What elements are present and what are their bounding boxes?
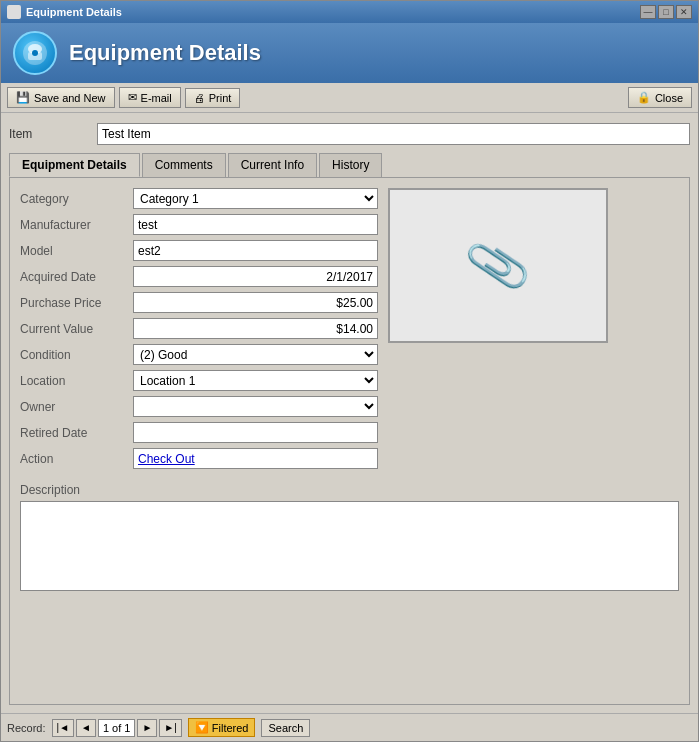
condition-label: Condition <box>20 348 125 362</box>
retired-date-row: Retired Date <box>20 422 378 443</box>
form-main: Category Category 1 Category 2 Category … <box>20 188 679 471</box>
current-value-label: Current Value <box>20 322 125 336</box>
nav-last-button[interactable]: ►| <box>159 719 182 737</box>
owner-row: Owner <box>20 396 378 417</box>
nav-prev-button[interactable]: ◄ <box>76 719 96 737</box>
app-header: Equipment Details <box>1 23 698 83</box>
print-button[interactable]: 🖨 Print <box>185 88 241 108</box>
category-label: Category <box>20 192 125 206</box>
acquired-date-label: Acquired Date <box>20 270 125 284</box>
description-label: Description <box>20 483 679 497</box>
tab-content-equipment-details: Category Category 1 Category 2 Category … <box>9 177 690 705</box>
paperclip-icon: 📎 <box>462 231 534 301</box>
main-window: Equipment Details — □ ✕ Equipment Detail… <box>0 0 699 742</box>
purchase-price-label: Purchase Price <box>20 296 125 310</box>
print-icon: 🖨 <box>194 92 205 104</box>
current-value-row: Current Value <box>20 318 378 339</box>
model-input[interactable] <box>133 240 378 261</box>
close-label: Close <box>655 92 683 104</box>
form-fields: Category Category 1 Category 2 Category … <box>20 188 378 471</box>
tab-history[interactable]: History <box>319 153 382 177</box>
purchase-price-input[interactable] <box>133 292 378 313</box>
owner-label: Owner <box>20 400 125 414</box>
email-label: E-mail <box>141 92 172 104</box>
action-link[interactable]: Check Out <box>138 452 195 466</box>
tab-equipment-details[interactable]: Equipment Details <box>9 153 140 177</box>
close-icon: 🔒 <box>637 91 651 104</box>
app-header-icon <box>13 31 57 75</box>
action-label: Action <box>20 452 125 466</box>
location-row: Location Location 1 Location 2 <box>20 370 378 391</box>
manufacturer-input[interactable] <box>133 214 378 235</box>
category-select[interactable]: Category 1 Category 2 Category 3 <box>133 188 378 209</box>
record-label: Record: <box>7 722 46 734</box>
retired-date-label: Retired Date <box>20 426 125 440</box>
filtered-button[interactable]: 🔽 Filtered <box>188 718 256 737</box>
app-header-title: Equipment Details <box>69 40 261 66</box>
window-close-button[interactable]: ✕ <box>676 5 692 19</box>
close-button[interactable]: 🔒 Close <box>628 87 692 108</box>
action-row: Action Check Out <box>20 448 378 469</box>
status-bar: Record: |◄ ◄ 1 of 1 ► ►| 🔽 Filtered Sear… <box>1 713 698 741</box>
title-bar-icon <box>7 5 21 19</box>
svg-point-3 <box>32 50 38 56</box>
manufacturer-row: Manufacturer <box>20 214 378 235</box>
location-label: Location <box>20 374 125 388</box>
restore-button[interactable]: □ <box>658 5 674 19</box>
print-label: Print <box>209 92 232 104</box>
filtered-label: Filtered <box>212 722 249 734</box>
window-title: Equipment Details <box>26 6 122 18</box>
save-and-new-button[interactable]: 💾 Save and New <box>7 87 115 108</box>
condition-select[interactable]: (1) Poor (2) Good (3) Excellent <box>133 344 378 365</box>
acquired-date-row: Acquired Date <box>20 266 378 287</box>
search-button[interactable]: Search <box>261 719 310 737</box>
category-row: Category Category 1 Category 2 Category … <box>20 188 378 209</box>
search-label: Search <box>268 722 303 734</box>
content-area: Item Equipment Details Comments Current … <box>1 113 698 713</box>
email-button[interactable]: ✉ E-mail <box>119 87 181 108</box>
description-section: Description <box>20 483 679 591</box>
description-textarea[interactable] <box>20 501 679 591</box>
save-icon: 💾 <box>16 91 30 104</box>
nav-next-button[interactable]: ► <box>137 719 157 737</box>
condition-row: Condition (1) Poor (2) Good (3) Excellen… <box>20 344 378 365</box>
nav-controls: |◄ ◄ 1 of 1 ► ►| <box>52 719 182 737</box>
of-label: of <box>109 722 124 734</box>
purchase-price-row: Purchase Price <box>20 292 378 313</box>
item-input[interactable] <box>97 123 690 145</box>
toolbar: 💾 Save and New ✉ E-mail 🖨 Print 🔒 Close <box>1 83 698 113</box>
nav-first-button[interactable]: |◄ <box>52 719 75 737</box>
image-area: 📎 <box>388 188 608 343</box>
manufacturer-label: Manufacturer <box>20 218 125 232</box>
item-label: Item <box>9 127 89 141</box>
total-records: 1 <box>124 722 130 734</box>
save-and-new-label: Save and New <box>34 92 106 104</box>
tab-current-info[interactable]: Current Info <box>228 153 317 177</box>
owner-select[interactable] <box>133 396 378 417</box>
item-row: Item <box>9 121 690 147</box>
title-bar: Equipment Details — □ ✕ <box>1 1 698 23</box>
model-label: Model <box>20 244 125 258</box>
retired-date-input[interactable] <box>133 422 378 443</box>
tab-comments[interactable]: Comments <box>142 153 226 177</box>
current-value-input[interactable] <box>133 318 378 339</box>
record-display: 1 of 1 <box>98 719 135 737</box>
model-row: Model <box>20 240 378 261</box>
tabs-header: Equipment Details Comments Current Info … <box>9 153 690 177</box>
minimize-button[interactable]: — <box>640 5 656 19</box>
tabs-container: Equipment Details Comments Current Info … <box>9 153 690 705</box>
email-icon: ✉ <box>128 91 137 104</box>
location-select[interactable]: Location 1 Location 2 <box>133 370 378 391</box>
acquired-date-input[interactable] <box>133 266 378 287</box>
filter-icon: 🔽 <box>195 721 209 734</box>
